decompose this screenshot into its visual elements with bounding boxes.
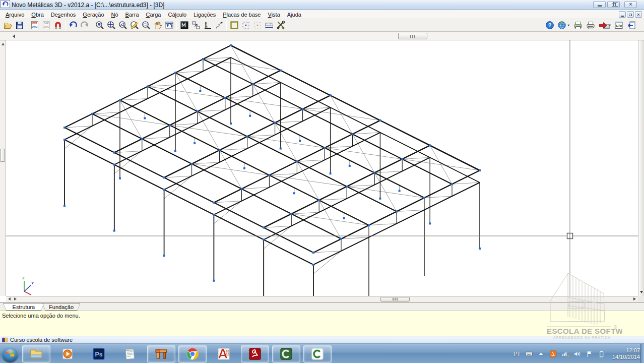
- ortho-icon[interactable]: [202, 20, 213, 31]
- show-hidden-icon[interactable]: [537, 350, 545, 358]
- crosshair-cursor: [6, 40, 638, 296]
- scroll-right-arrow-icon[interactable]: [633, 297, 636, 300]
- zoom-x2-icon[interactable]: x2: [117, 20, 128, 31]
- tab-scroll-right-icon[interactable]: [14, 297, 17, 300]
- svg-text:R: R: [97, 22, 101, 27]
- maximize-button[interactable]: [607, 1, 620, 8]
- menu-placas-de-base[interactable]: Placas de base: [219, 11, 264, 19]
- network-warning-icon[interactable]: [561, 350, 569, 358]
- top-scrollbar-thumb[interactable]: [398, 33, 427, 39]
- scroll-up-arrow-icon[interactable]: [2, 43, 5, 45]
- taskbar-camtasia-studio[interactable]: [303, 345, 332, 362]
- pan-hand-icon[interactable]: [152, 20, 163, 31]
- close-button[interactable]: ×: [624, 1, 637, 8]
- help-icon[interactable]: ?: [544, 20, 555, 31]
- menu-desenhos[interactable]: Desenhos: [47, 11, 80, 19]
- open-folder-icon[interactable]: [2, 20, 14, 31]
- svg-text:DXF: DXF: [32, 22, 37, 25]
- displacements-icon[interactable]: [190, 20, 202, 31]
- mdi-close-button[interactable]: ×: [635, 11, 642, 18]
- previous-view-icon[interactable]: [163, 20, 175, 31]
- taskbar-metalicas-3d[interactable]: [147, 345, 175, 362]
- taskbar-windows-explorer[interactable]: [22, 345, 50, 362]
- top-scrollbar[interactable]: [0, 32, 644, 40]
- selection-window-icon[interactable]: [228, 20, 240, 31]
- scroll-down-arrow-icon[interactable]: [640, 291, 643, 293]
- rotate-view-button[interactable]: [1, 0, 10, 8]
- action-center-icon[interactable]: [586, 350, 594, 358]
- java-update-icon[interactable]: [549, 350, 557, 358]
- tab-fundacao[interactable]: Fundação: [42, 303, 81, 311]
- right-scrollbar[interactable]: [638, 40, 644, 296]
- zoom-area-icon[interactable]: [140, 20, 152, 31]
- tab-estrutura[interactable]: Estrutura: [3, 303, 44, 311]
- course-window-bar[interactable]: Curso escola de software: [0, 336, 644, 344]
- mdi-minimize-button[interactable]: [619, 11, 626, 18]
- dxf-dwg-icon[interactable]: DXFDWG: [29, 20, 40, 31]
- taskbar-chrome[interactable]: [178, 345, 207, 362]
- taskbar-notepad[interactable]: [116, 345, 144, 362]
- title-bar[interactable]: Novo Metálicas 3D - v2012.a - [C:\...\es…: [0, 0, 644, 10]
- save-icon[interactable]: [14, 20, 25, 31]
- web-globe-icon[interactable]: [556, 20, 571, 31]
- taskbar-media-player[interactable]: [53, 345, 82, 362]
- keyboard-icon[interactable]: [525, 350, 533, 358]
- toolbar-separator: [27, 21, 27, 30]
- menu-bar: ArquivoObraDesenhosGeraçãoNóBarraCargaCá…: [0, 10, 644, 19]
- exit-window-icon[interactable]: [625, 20, 637, 31]
- close-icon: ×: [629, 2, 632, 7]
- mdi-restore-button[interactable]: [627, 11, 634, 18]
- left-scrollbar[interactable]: [0, 40, 6, 296]
- tab-scroll-left-icon[interactable]: [8, 297, 11, 300]
- undo-icon[interactable]: [67, 20, 79, 31]
- left-scrollbar-thumb[interactable]: [0, 149, 5, 162]
- scroll-left-arrow-icon[interactable]: [13, 34, 15, 38]
- minimize-button[interactable]: [593, 1, 606, 8]
- export-save-icon[interactable]: [597, 20, 612, 31]
- menu-obra[interactable]: Obra: [28, 11, 47, 19]
- pencil-zoom-icon[interactable]: [128, 20, 140, 31]
- print-color-icon[interactable]: [572, 20, 584, 31]
- quick-view-icon[interactable]: [178, 20, 190, 31]
- restore-icon: [612, 3, 616, 7]
- print-plain-icon[interactable]: [585, 20, 596, 31]
- drawing-canvas[interactable]: ZYX: [6, 40, 638, 296]
- taskbar-clock[interactable]: 12:07 14/10/2014: [612, 347, 640, 360]
- menu-barra[interactable]: Barra: [122, 11, 143, 19]
- menu-cálculo[interactable]: Cálculo: [165, 11, 190, 19]
- panel-config-icon[interactable]: [613, 20, 624, 31]
- bottom-scrollbar-thumb[interactable]: [380, 297, 410, 301]
- menu-nó[interactable]: Nó: [108, 11, 122, 19]
- mdi-close-icon: ×: [637, 12, 639, 17]
- dimensions-icon[interactable]: [263, 20, 275, 31]
- sheet-tab-row: EstruturaFundação: [0, 302, 644, 311]
- menu-ligações[interactable]: Ligações: [190, 11, 219, 19]
- toolbar-separator: [65, 21, 66, 30]
- start-button[interactable]: [2, 345, 19, 362]
- zoom-extents-icon[interactable]: [105, 20, 117, 31]
- bottom-scrollbar[interactable]: [6, 296, 638, 302]
- svg-text:Z: Z: [22, 276, 25, 280]
- application-window: Novo Metálicas 3D - v2012.a - [C:\...\es…: [0, 0, 644, 363]
- language-indicator[interactable]: PT: [513, 351, 521, 357]
- menu-arquivo[interactable]: Arquivo: [2, 11, 28, 19]
- taskbar-camtasia-recorder[interactable]: [272, 345, 300, 362]
- svg-text:Ps: Ps: [95, 351, 103, 358]
- tools-icon[interactable]: [275, 20, 286, 31]
- status-message: Selecione uma opção do menu.: [2, 313, 80, 319]
- taskbar-adobe-reader[interactable]: [241, 345, 269, 362]
- menu-ajuda[interactable]: Ajuda: [284, 11, 305, 19]
- show-desktop-button[interactable]: [640, 344, 644, 363]
- taskbar-photoshop[interactable]: Ps: [85, 345, 113, 362]
- battery-icon[interactable]: [598, 350, 606, 358]
- menu-geração[interactable]: Geração: [79, 11, 107, 19]
- taskbar-autocad[interactable]: 2010: [210, 345, 238, 362]
- redraw-icon[interactable]: R: [94, 20, 105, 31]
- menu-carga[interactable]: Carga: [143, 11, 165, 19]
- menu-vista[interactable]: Vista: [264, 11, 283, 19]
- magnet-icon[interactable]: [52, 20, 63, 31]
- volume-icon[interactable]: [573, 350, 582, 358]
- svg-text:10: 10: [226, 353, 229, 356]
- snap-point-icon[interactable]: [240, 20, 251, 31]
- reference-line-icon[interactable]: [213, 20, 225, 31]
